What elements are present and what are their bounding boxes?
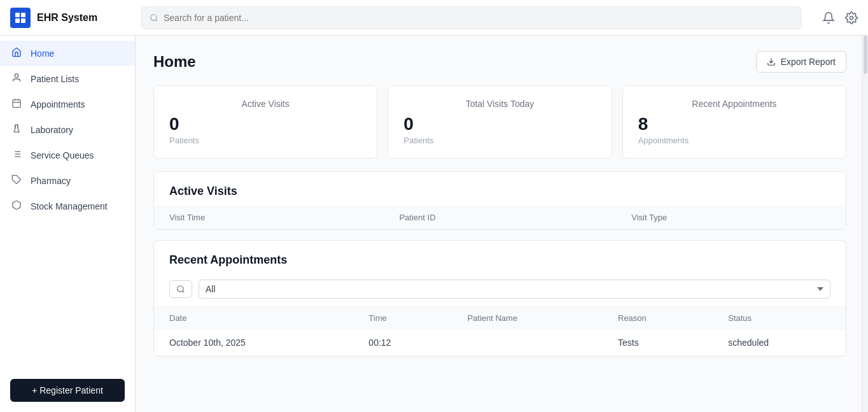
cell-patient-name <box>452 330 603 356</box>
download-icon <box>767 57 776 66</box>
app-logo-icon <box>10 8 31 28</box>
sidebar-item-pharmacy[interactable]: Pharmacy <box>0 168 135 194</box>
export-report-label: Export Report <box>781 57 836 67</box>
stat-card-recent-appointments: Recent Appointments 8 Appointments <box>622 85 846 159</box>
sidebar-item-pharmacy-label: Pharmacy <box>31 176 71 186</box>
active-visits-thead: Visit Time Patient ID Visit Type <box>154 206 846 229</box>
sidebar-item-laboratory[interactable]: Laboratory <box>0 117 135 143</box>
appointments-search-button[interactable] <box>169 280 192 298</box>
cell-status: scheduled <box>713 330 846 356</box>
sidebar-item-patient-lists[interactable]: Patient Lists <box>0 66 135 92</box>
recent-appointments-section-title: Recent Appointments <box>154 241 846 274</box>
sidebar: Home Patient Lists Appointments <box>0 36 136 412</box>
list-icon <box>10 149 23 162</box>
svg-point-7 <box>15 74 18 77</box>
appointments-search-icon <box>176 285 185 294</box>
active-visits-section: Active Visits Visit Time Patient ID Visi… <box>153 171 846 230</box>
svg-point-22 <box>178 286 183 292</box>
active-visits-title: Active Visits <box>169 99 361 109</box>
recent-appointments-value: 8 <box>638 114 830 134</box>
total-visits-sub: Patients <box>403 136 596 145</box>
table-row: October 10th, 2025 00:12 Tests scheduled <box>154 330 846 356</box>
sidebar-nav: Home Patient Lists Appointments <box>0 36 135 369</box>
recent-appointments-sub: Appointments <box>638 136 830 145</box>
svg-rect-2 <box>15 18 20 23</box>
tag-icon <box>10 174 23 187</box>
sidebar-item-home-label: Home <box>31 48 54 59</box>
svg-point-6 <box>850 16 853 19</box>
recent-appointments-section: Recent Appointments All Scheduled Comple… <box>153 240 846 357</box>
search-icon <box>150 13 158 22</box>
col-patient-id: Patient ID <box>384 206 616 229</box>
export-report-button[interactable]: Export Report <box>756 51 846 73</box>
svg-line-23 <box>183 291 185 293</box>
col-patient-name: Patient Name <box>452 307 603 330</box>
stat-card-active-visits: Active Visits 0 Patients <box>153 85 377 159</box>
register-patient-label: + Register Patient <box>32 385 103 395</box>
calendar-icon <box>10 98 23 111</box>
bell-icon <box>822 11 835 24</box>
flask-icon <box>10 124 23 136</box>
sidebar-item-home[interactable]: Home <box>0 41 135 66</box>
user-icon <box>10 73 23 85</box>
sidebar-bottom: + Register Patient <box>0 369 135 412</box>
app-body: Home Patient Lists Appointments <box>0 36 868 412</box>
home-icon <box>10 47 23 60</box>
register-patient-button[interactable]: + Register Patient <box>10 379 125 402</box>
recent-appointments-table: Date Time Patient Name Reason Status Oct… <box>154 306 846 356</box>
appointments-filter-select[interactable]: All Scheduled Completed Cancelled <box>199 280 830 299</box>
svg-rect-0 <box>15 13 20 17</box>
sidebar-item-appointments[interactable]: Appointments <box>0 92 135 117</box>
active-visits-table-container: Visit Time Patient ID Visit Type <box>154 206 846 229</box>
sidebar-item-service-queues-label: Service Queues <box>31 150 94 160</box>
cell-reason: Tests <box>603 330 713 356</box>
stats-row: Active Visits 0 Patients Total Visits To… <box>153 85 846 159</box>
col-reason: Reason <box>603 307 713 330</box>
col-visit-time: Visit Time <box>154 206 384 229</box>
cell-time: 00:12 <box>353 330 452 356</box>
active-visits-value: 0 <box>169 114 361 134</box>
sidebar-item-appointments-label: Appointments <box>31 99 85 110</box>
recent-appointments-tbody: October 10th, 2025 00:12 Tests scheduled <box>154 330 846 356</box>
main-content: Home Export Report Active Visits 0 Patie… <box>136 36 862 412</box>
active-visits-table: Visit Time Patient ID Visit Type <box>154 206 846 229</box>
scrollbar-track <box>862 36 868 412</box>
svg-line-5 <box>156 19 158 21</box>
notification-button[interactable] <box>822 11 835 24</box>
cell-date: October 10th, 2025 <box>154 330 353 356</box>
recent-appointments-title: Recent Appointments <box>638 99 830 109</box>
total-visits-title: Total Visits Today <box>403 99 596 109</box>
sidebar-item-patient-lists-label: Patient Lists <box>31 74 79 84</box>
scrollbar-thumb <box>864 36 867 74</box>
page-title: Home <box>153 53 196 71</box>
sidebar-item-stock-management-label: Stock Management <box>31 201 108 211</box>
svg-point-4 <box>151 14 157 20</box>
gear-icon <box>845 11 858 24</box>
svg-rect-8 <box>13 100 20 108</box>
col-visit-type: Visit Type <box>616 206 846 229</box>
page-header: Home Export Report <box>153 51 846 73</box>
logo-area: EHR System <box>10 8 131 28</box>
app-header: EHR System <box>0 0 868 36</box>
app-name: EHR System <box>37 12 97 24</box>
col-time: Time <box>353 307 452 330</box>
search-bar[interactable] <box>141 6 802 29</box>
header-actions <box>822 11 858 24</box>
sidebar-item-laboratory-label: Laboratory <box>31 125 73 135</box>
stat-card-total-visits: Total Visits Today 0 Patients <box>388 85 612 159</box>
active-visits-section-title: Active Visits <box>154 172 846 206</box>
svg-rect-1 <box>21 13 25 17</box>
svg-rect-3 <box>21 18 25 23</box>
settings-button[interactable] <box>845 11 858 24</box>
sidebar-item-service-queues[interactable]: Service Queues <box>0 143 135 168</box>
search-input[interactable] <box>164 13 794 23</box>
active-visits-sub: Patients <box>169 136 361 145</box>
col-date: Date <box>154 307 353 330</box>
recent-appointments-thead: Date Time Patient Name Reason Status <box>154 307 846 330</box>
appointments-filter-row: All Scheduled Completed Cancelled <box>154 274 846 306</box>
total-visits-value: 0 <box>403 114 596 134</box>
sidebar-item-stock-management[interactable]: Stock Management <box>0 194 135 219</box>
recent-appointments-table-container: Date Time Patient Name Reason Status Oct… <box>154 306 846 356</box>
box-icon <box>10 200 23 213</box>
col-status: Status <box>713 307 846 330</box>
